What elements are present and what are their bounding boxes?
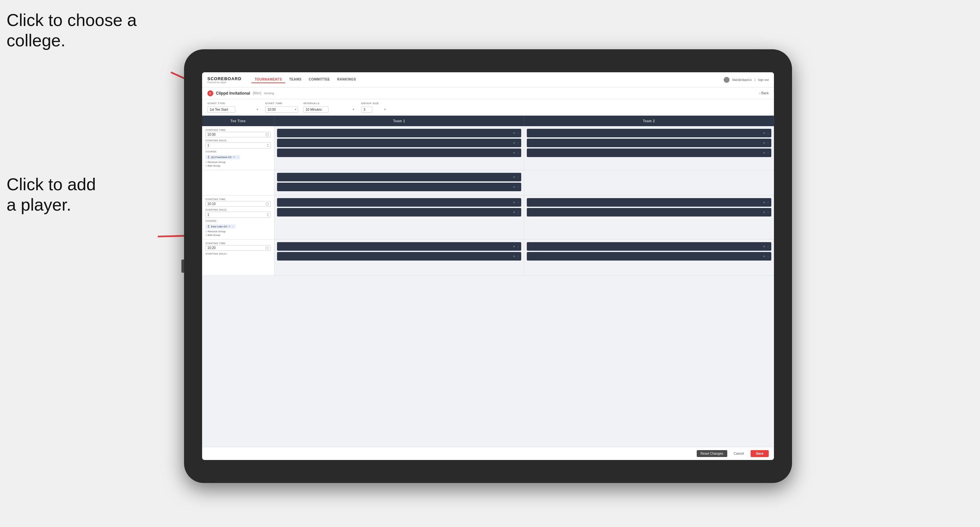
player-slot[interactable]: ✕ ⋮ <box>277 183 521 191</box>
slot-more-btn[interactable]: ⋮ <box>517 176 519 179</box>
intervals-wrapper: 10 Minutes <box>303 106 356 113</box>
player-slot[interactable]: ✕ ⋮ <box>527 129 771 137</box>
time-icon-2: i <box>266 202 269 206</box>
slot-close-btn[interactable]: ✕ <box>763 211 765 214</box>
player-slot[interactable]: ✕ ⋮ <box>277 198 521 207</box>
hole-input-2[interactable]: 1 ▲ ▼ <box>205 211 271 218</box>
group-size-group: Group Size 3 <box>361 102 387 113</box>
remove-group-link-1[interactable]: ○ Remove Group <box>205 161 271 163</box>
action-links-1: ○ Remove Group + Add Group <box>205 161 271 167</box>
reset-changes-button[interactable]: Reset Changes <box>697 450 727 457</box>
slot-more-btn[interactable]: ⋮ <box>517 132 519 135</box>
back-button[interactable]: ‹ Back <box>759 91 769 95</box>
slot-more-btn[interactable]: ⋮ <box>767 151 769 154</box>
player-slot[interactable]: ✕ ⋮ <box>277 149 521 157</box>
player-slot[interactable]: ✕ ⋮ <box>527 139 771 147</box>
start-time-wrapper <box>265 106 298 113</box>
tab-tournaments[interactable]: TOURNAMENTS <box>251 76 285 83</box>
save-button[interactable]: Save <box>751 450 769 457</box>
player-slot[interactable]: ✕ ⋮ <box>277 129 521 137</box>
start-time-input[interactable] <box>265 106 298 113</box>
starting-hole-label-3: STARTING HOLE: <box>205 252 271 255</box>
slot-more-btn[interactable]: ⋮ <box>517 201 519 204</box>
sign-out-link[interactable]: Sign out <box>758 78 769 81</box>
player-slot[interactable]: ✕ ⋮ <box>277 252 521 260</box>
team2-col-3: ✕ ⋮ ✕ ⋮ <box>524 240 774 275</box>
course-remove-x-1[interactable]: ✕ <box>233 156 235 159</box>
player-slot[interactable]: ✕ ⋮ <box>277 208 521 216</box>
intervals-select[interactable]: 10 Minutes <box>303 106 329 113</box>
table-row: STARTING TIME: 10:20 i STARTING HOLE: ✕ … <box>202 240 774 276</box>
slot-more-btn[interactable]: ⋮ <box>767 255 769 258</box>
slot-more-btn[interactable]: ⋮ <box>767 211 769 214</box>
cancel-button[interactable]: Cancel <box>730 450 748 457</box>
slot-close-btn[interactable]: ✕ <box>513 151 515 154</box>
tab-committee[interactable]: COMMITTEE <box>305 76 334 83</box>
clippd-logo: C <box>207 90 213 96</box>
group-size-select[interactable]: 3 <box>361 106 372 113</box>
slot-close-btn[interactable]: ✕ <box>513 176 515 179</box>
slot-close-btn[interactable]: ✕ <box>763 132 765 135</box>
slot-more-btn[interactable]: ⋮ <box>767 245 769 248</box>
player-slot[interactable]: ✕ ⋮ <box>527 208 771 216</box>
th-team2: Team 2 <box>524 116 774 126</box>
start-type-label: Start Type <box>207 102 260 105</box>
slot-more-btn[interactable]: ⋮ <box>517 211 519 214</box>
slot-close-btn[interactable]: ✕ <box>513 255 515 258</box>
slot-close-btn[interactable]: ✕ <box>763 245 765 248</box>
nav-tabs: TOURNAMENTS TEAMS COMMITTEE RANKINGS <box>251 76 718 83</box>
course-remove-x-2[interactable]: ✕ <box>228 225 231 228</box>
player-slot[interactable]: ✕ ⋮ <box>527 252 771 260</box>
slot-more-btn[interactable]: ⋮ <box>517 141 519 144</box>
slot-close-btn[interactable]: ✕ <box>513 201 515 204</box>
slot-more-btn[interactable]: ⋮ <box>517 245 519 248</box>
starting-time-label-1: STARTING TIME: <box>205 129 271 131</box>
slot-close-btn[interactable]: ✕ <box>513 186 515 189</box>
user-email: blair@clippd.io <box>732 78 752 81</box>
time-input-3[interactable]: 10:20 i <box>205 245 271 251</box>
time-input-2[interactable]: 10:10 i <box>205 201 271 207</box>
intervals-label: Intervals <box>303 102 356 105</box>
slot-close-btn[interactable]: ✕ <box>513 245 515 248</box>
team1-col-3: ✕ ⋮ ✕ ⋮ <box>274 240 524 275</box>
sub-header: C Clippd Invitational (Men) Hosting ‹ Ba… <box>202 87 774 99</box>
slot-more-btn[interactable]: ⋮ <box>517 255 519 258</box>
add-group-link-1[interactable]: + Add Group <box>205 164 271 167</box>
slot-more-btn[interactable]: ⋮ <box>767 201 769 204</box>
team2-course-slots-1 <box>524 170 774 195</box>
player-slot[interactable]: ✕ ⋮ <box>277 139 521 147</box>
tablet-frame: SCOREBOARD Powered by clippd TOURNAMENTS… <box>184 49 792 483</box>
player-slot[interactable]: ✕ ⋮ <box>527 242 771 251</box>
tab-rankings[interactable]: RANKINGS <box>334 76 359 83</box>
player-slot[interactable]: ✕ ⋮ <box>277 242 521 251</box>
remove-group-link-2[interactable]: ○ Remove Group <box>205 230 271 233</box>
slot-close-btn[interactable]: ✕ <box>513 211 515 214</box>
start-time-group: Start Time <box>265 102 298 113</box>
slot-close-btn[interactable]: ✕ <box>513 141 515 144</box>
player-slot[interactable]: ✕ ⋮ <box>277 173 521 181</box>
player-slot[interactable]: ✕ ⋮ <box>527 198 771 207</box>
slot-more-btn[interactable]: ⋮ <box>517 151 519 154</box>
start-type-select[interactable]: 1st Tee Start <box>207 106 235 113</box>
team1-col-2: ✕ ⋮ ✕ ⋮ <box>274 195 524 239</box>
th-tee-time: Tee Time <box>202 116 274 126</box>
action-links-2: ○ Remove Group + Add Group <box>205 230 271 237</box>
slot-close-btn[interactable]: ✕ <box>763 151 765 154</box>
tab-teams[interactable]: TEAMS <box>286 76 305 83</box>
slot-more-btn[interactable]: ⋮ <box>517 186 519 189</box>
slot-more-btn[interactable]: ⋮ <box>767 141 769 144</box>
header-right: blair@clippd.io | Sign out <box>724 77 769 83</box>
slot-close-btn[interactable]: ✕ <box>763 141 765 144</box>
slot-close-btn[interactable]: ✕ <box>763 201 765 204</box>
slot-close-btn[interactable]: ✕ <box>513 132 515 135</box>
tablet-screen: SCOREBOARD Powered by clippd TOURNAMENTS… <box>202 72 774 460</box>
course-tag-2[interactable]: 🏌 East Lake GC ✕ ⋮ <box>205 224 235 229</box>
table-row: STARTING TIME: 10:00 i STARTING HOLE: 1 … <box>202 126 774 170</box>
player-slot[interactable]: ✕ ⋮ <box>527 149 771 157</box>
slot-close-btn[interactable]: ✕ <box>763 255 765 258</box>
hole-input-1[interactable]: 1 ▲ ▼ <box>205 142 271 149</box>
course-tag-1[interactable]: 🏌 (A) Peachtree GC ✕ ⋮ <box>205 155 240 159</box>
add-group-link-2[interactable]: + Add Group <box>205 233 271 237</box>
time-input-1[interactable]: 10:00 i <box>205 132 271 137</box>
slot-more-btn[interactable]: ⋮ <box>767 132 769 135</box>
